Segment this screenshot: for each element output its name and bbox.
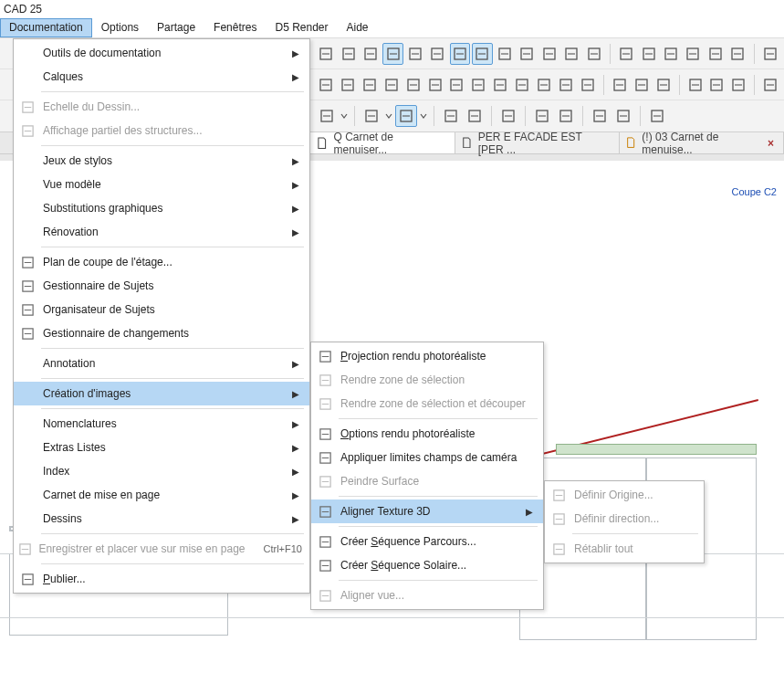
blank-icon (17, 68, 37, 86)
menu-item-calques[interactable]: Calques▶ (14, 65, 309, 89)
toolbar-record-icon[interactable] (555, 105, 577, 127)
toolbar-rotate-icon[interactable] (472, 43, 492, 65)
toolbar-cube-icon[interactable] (728, 74, 748, 96)
toolbar-grid-plus-icon[interactable] (405, 43, 425, 65)
toolbar-bulb-icon[interactable] (534, 74, 554, 96)
menu-item-index[interactable]: Index▶ (14, 459, 309, 483)
submenu-arrow-icon: ▶ (289, 359, 302, 369)
menu-item-projection-rendu-photor-aliste[interactable]: Projection rendu photoréaliste (311, 344, 543, 368)
toolbar-id-icon[interactable] (610, 74, 630, 96)
menubar-item-documentation[interactable]: Documentation (0, 18, 92, 37)
document-tab[interactable]: PER E FACADE EST [PER ... (455, 132, 620, 153)
menu-item-cr-er-s-quence-solaire[interactable]: Créer Séquence Solaire... (311, 553, 543, 577)
toolbar-crop-icon[interactable] (382, 43, 402, 65)
toolbar-dome-icon[interactable] (425, 74, 445, 96)
toolbar-line-icon[interactable] (517, 43, 537, 65)
toolbar-refresh-icon[interactable] (646, 105, 668, 127)
submenu-arrow-icon: ▶ (289, 48, 302, 58)
toolbar-circle-icon[interactable] (495, 43, 515, 65)
document-tab[interactable]: Q Carnet de menuiser... (310, 132, 455, 153)
menu-item-publier[interactable]: Publier... (14, 567, 309, 591)
menubar-item-partage[interactable]: Partage (148, 18, 204, 37)
toolbar-brush-icon[interactable] (661, 43, 681, 65)
menu-item-gestionnaire-de-changements[interactable]: Gestionnaire de changements (14, 321, 309, 345)
toolbar-ribbon-icon[interactable] (653, 74, 674, 96)
toolbar-panel-icon[interactable] (760, 74, 780, 96)
toolbar-bold-icon[interactable] (759, 43, 779, 65)
menubar-item-d5-render[interactable]: D5 Render (266, 18, 337, 37)
toolbar-link-icon[interactable] (316, 74, 336, 96)
toolbar-shield-icon[interactable] (632, 74, 652, 96)
menu-item-shortcut: Ctrl+F10 (246, 543, 303, 554)
toolbar-fx-icon[interactable] (612, 105, 634, 127)
toolbar-camera-icon[interactable] (497, 105, 519, 127)
toolbar-tag1-icon[interactable] (685, 74, 706, 96)
document-tab[interactable]: (!) 03 Carnet de menuise...× (620, 132, 784, 153)
toolbar-film-icon[interactable] (531, 105, 553, 127)
toolbar-tag2-icon[interactable] (706, 74, 727, 96)
menu-item-aligner-texture-3d[interactable]: Aligner Texture 3D▶ (311, 499, 543, 523)
publish-icon (17, 570, 37, 588)
toolbar-align-icon[interactable] (683, 43, 703, 65)
toolbar-beam-icon[interactable] (338, 74, 358, 96)
menubar-item-aide[interactable]: Aide (338, 18, 378, 37)
toolbar-angle-icon[interactable] (427, 43, 447, 65)
toolbar-texture-icon[interactable] (450, 43, 470, 65)
toolbar-page-icon[interactable] (316, 43, 336, 65)
submenu-arrow-icon: ▶ (523, 507, 536, 517)
menu-item-plan-de-coupe-de-l-tage[interactable]: Plan de coupe de l'étage... (14, 250, 309, 274)
change-mgr-icon (17, 324, 37, 342)
menu-item-annotation[interactable]: Annotation▶ (14, 352, 309, 375)
seq-sun-icon (315, 556, 335, 574)
menu-item-options-rendu-photor-aliste[interactable]: Options rendu photoréaliste (311, 422, 543, 446)
menu-item-substitutions-graphiques[interactable]: Substitutions graphiques▶ (14, 196, 309, 220)
toolbar-home-icon[interactable] (361, 105, 382, 127)
menubar-item-fenêtres[interactable]: Fenêtres (204, 18, 266, 37)
toolbar-light-icon[interactable] (556, 74, 576, 96)
menu-item-extras-listes[interactable]: Extras Listes▶ (14, 436, 309, 459)
menu-item-nomenclatures[interactable]: Nomenclatures▶ (14, 412, 309, 436)
toolbar-wave-icon[interactable] (403, 74, 423, 96)
menu-item-appliquer-limites-champs-de-cam-ra[interactable]: Appliquer limites champs de caméra (311, 446, 543, 469)
toolbar-cursor-icon[interactable] (706, 43, 726, 65)
menu-item-cr-ation-d-images[interactable]: Création d'images▶ (14, 382, 309, 405)
toolbar-dropdown-arrow[interactable] (384, 112, 393, 120)
toolbar-paint-icon[interactable] (395, 105, 417, 127)
menubar-item-options[interactable]: Options (92, 18, 148, 37)
paint-surface-icon (315, 472, 335, 490)
toolbar-star-icon[interactable] (539, 43, 559, 65)
toolbar-dropdown-arrow[interactable] (340, 112, 349, 120)
toolbar-layout-icon[interactable] (561, 43, 581, 65)
toolbar-wing-icon[interactable] (382, 74, 402, 96)
toolbar-tool-icon[interactable] (464, 105, 486, 127)
toolbar-col-icon[interactable] (360, 74, 380, 96)
toolbar-folder-icon[interactable] (440, 105, 462, 127)
blank-icon (17, 44, 37, 62)
toolbar-monitor-icon[interactable] (589, 105, 611, 127)
menu-item-vue-mod-le[interactable]: Vue modèle▶ (14, 173, 309, 196)
toolbar-stair-icon[interactable] (447, 74, 467, 96)
toolbar-layers-icon[interactable] (583, 43, 603, 65)
toolbar-dropdown-arrow[interactable] (419, 112, 428, 120)
menu-item-dessins[interactable]: Dessins▶ (14, 507, 309, 531)
menu-item-organisateur-de-sujets[interactable]: Organisateur de Sujets (14, 298, 309, 321)
toolbar-frame-icon[interactable] (338, 43, 358, 65)
toolbar-double-icon[interactable] (727, 43, 747, 65)
close-icon[interactable]: × (762, 137, 774, 150)
toolbar-grid9-icon[interactable] (512, 74, 532, 96)
menu-item-outils-de-documentation[interactable]: Outils de documentation▶ (14, 41, 309, 65)
menu-item-cr-er-s-quence-parcours[interactable]: Créer Séquence Parcours... (311, 530, 543, 553)
toolbar-gear-icon[interactable] (316, 105, 338, 127)
toolbar-spot-icon[interactable] (578, 74, 598, 96)
menu-item-carnet-de-mise-en-page[interactable]: Carnet de mise en page▶ (14, 483, 309, 507)
toolbar-ruler-h-icon[interactable] (361, 43, 381, 65)
menu-item-gestionnaire-de-sujets[interactable]: Gestionnaire de Sujets (14, 274, 309, 298)
submenu-arrow-icon: ▶ (289, 389, 302, 399)
toolbar-scissors-icon[interactable] (616, 43, 636, 65)
toolbar-pick-icon[interactable] (638, 43, 658, 65)
toolbar-rail-icon[interactable] (490, 74, 510, 96)
menu-item-label: Gestionnaire de Sujets (37, 279, 302, 292)
menu-item-jeux-de-stylos[interactable]: Jeux de stylos▶ (14, 149, 309, 173)
menu-item-r-novation[interactable]: Rénovation▶ (14, 220, 309, 244)
toolbar-ramp-icon[interactable] (468, 74, 488, 96)
